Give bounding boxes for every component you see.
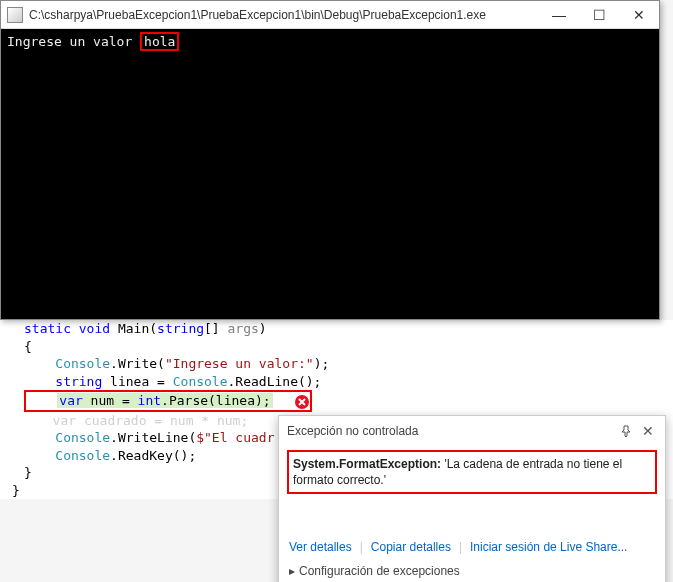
method-writeline: .WriteLine( [110, 430, 196, 445]
console-prompt: Ingrese un valor [7, 34, 140, 49]
app-icon [7, 7, 23, 23]
dot: . [110, 356, 118, 371]
var-num: num = [83, 393, 138, 408]
brackets: [] [204, 321, 220, 336]
separator: | [459, 540, 462, 554]
keyword-var: var [59, 393, 82, 408]
error-line: var num = int.Parse(linea); [24, 390, 673, 412]
type-console: Console [55, 430, 110, 445]
method-parse: .Parse(linea); [161, 393, 271, 408]
method-readkey: .ReadKey(); [110, 448, 196, 463]
keyword-string: string [55, 374, 102, 389]
window-controls: — ☐ ✕ [539, 1, 659, 29]
keyword-static: static [24, 321, 71, 336]
exception-popup: Excepción no controlada ✕ System.FormatE… [278, 415, 666, 582]
method-readline: .ReadLine(); [228, 374, 322, 389]
popup-title: Excepción no controlada [287, 424, 613, 438]
console-user-input: hola [140, 32, 179, 51]
popup-close-button[interactable]: ✕ [639, 422, 657, 440]
keyword-string: string [157, 321, 204, 336]
console-titlebar: C:\csharpya\PruebaExcepcion1\PruebaExcep… [1, 1, 659, 29]
type-console: Console [55, 448, 110, 463]
code-line: static void Main(string[] args) [24, 320, 673, 338]
link-live-share[interactable]: Iniciar sesión de Live Share... [470, 540, 627, 554]
link-view-details[interactable]: Ver detalles [289, 540, 352, 554]
close-button[interactable]: ✕ [619, 1, 659, 29]
paren: ) [259, 321, 267, 336]
link-copy-details[interactable]: Copiar detalles [371, 540, 451, 554]
code-line: Console.Write("Ingrese un valor:"); [24, 355, 673, 373]
separator: | [360, 540, 363, 554]
var-decl: linea = [102, 374, 172, 389]
param-args: args [228, 321, 259, 336]
console-output[interactable]: Ingrese un valor hola [1, 29, 659, 319]
chevron-right-icon: ▸ [289, 564, 295, 578]
type-console: Console [173, 374, 228, 389]
error-icon [294, 394, 310, 410]
popup-header: Excepción no controlada ✕ [279, 416, 665, 446]
console-line: Ingrese un valor hola [7, 33, 653, 51]
exception-message: System.FormatException: 'La cadena de en… [287, 450, 657, 494]
pin-icon[interactable] [617, 422, 635, 440]
exception-config-expander[interactable]: ▸Configuración de excepciones [279, 560, 665, 582]
config-label: Configuración de excepciones [299, 564, 460, 578]
minimize-button[interactable]: — [539, 1, 579, 29]
semicolon: ; [321, 356, 329, 371]
type-console: Console [55, 356, 110, 371]
console-window: C:\csharpya\PruebaExcepcion1\PruebaExcep… [0, 0, 660, 320]
string-literal: $"El cuadr [196, 430, 274, 445]
code-line: string linea = Console.ReadLine(); [24, 373, 673, 391]
method-name: Main [118, 321, 149, 336]
method-write: Write [118, 356, 157, 371]
console-title: C:\csharpya\PruebaExcepcion1\PruebaExcep… [29, 8, 539, 22]
code-line: { [24, 338, 673, 356]
paren: ( [149, 321, 157, 336]
maximize-button[interactable]: ☐ [579, 1, 619, 29]
keyword-void: void [79, 321, 110, 336]
keyword-int: int [138, 393, 161, 408]
exception-type: System.FormatException: [293, 457, 441, 471]
string-literal: "Ingrese un valor:" [165, 356, 314, 371]
popup-links: Ver detalles | Copiar detalles | Iniciar… [279, 534, 665, 560]
